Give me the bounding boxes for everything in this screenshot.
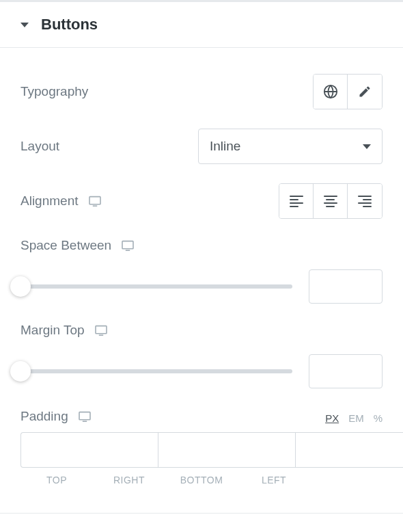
padding-dimension-row [20,432,383,468]
padding-row: Padding PX EM % [20,409,383,424]
unit-px[interactable]: PX [325,412,339,424]
globe-icon [323,84,338,99]
space-between-label: Space Between [20,238,111,253]
space-between-label-group: Space Between [20,238,135,253]
caret-down-icon [20,23,29,27]
space-between-input[interactable] [309,269,383,304]
padding-label-left: LEFT [238,475,310,486]
padding-label-right: RIGHT [93,475,165,486]
device-icon[interactable] [88,196,102,207]
padding-label-bottom: BOTTOM [165,475,238,486]
layout-label: Layout [20,139,59,154]
svg-rect-6 [96,326,107,334]
unit-percent[interactable]: % [374,412,383,424]
svg-rect-2 [89,197,100,204]
space-between-slider-row [20,269,383,304]
align-left-icon [290,196,303,207]
controls-panel: Typography Layout Inline Align [0,48,403,514]
device-icon[interactable] [94,325,108,336]
section-title: Buttons [41,16,98,34]
chevron-down-icon [363,144,371,149]
margin-top-slider-row [20,354,383,388]
align-center-button[interactable] [314,184,348,218]
padding-label: Padding [20,409,68,424]
padding-top-input[interactable] [20,432,158,468]
typography-label: Typography [20,84,88,99]
svg-rect-4 [122,241,133,249]
align-right-icon [358,196,372,207]
margin-top-label-group: Margin Top [20,323,108,338]
typography-global-button[interactable] [314,75,348,109]
margin-top-input[interactable] [309,354,383,388]
slider-thumb[interactable] [10,361,31,382]
padding-units: PX EM % [325,412,383,424]
align-left-button[interactable] [279,184,314,218]
svg-rect-8 [79,412,90,420]
align-center-icon [324,196,337,207]
padding-label-top: TOP [20,475,93,486]
unit-em[interactable]: EM [348,412,364,424]
padding-label-group: Padding [20,409,92,424]
align-right-button[interactable] [348,184,382,218]
alignment-row: Alignment [20,183,383,219]
typography-button-group [313,74,383,109]
layout-row: Layout Inline [20,129,383,164]
alignment-label-group: Alignment [20,194,102,209]
alignment-button-group [279,183,383,219]
margin-top-label: Margin Top [20,323,85,338]
alignment-label: Alignment [20,194,79,209]
padding-bottom-input[interactable] [295,432,403,468]
device-icon[interactable] [121,240,135,251]
layout-select-value: Inline [210,139,240,154]
typography-row: Typography [20,74,383,109]
section-header-buttons[interactable]: Buttons [0,0,403,48]
pencil-icon [358,85,372,98]
margin-top-slider[interactable] [20,369,292,373]
padding-dimension-labels: TOP RIGHT BOTTOM LEFT [20,475,383,486]
padding-right-input[interactable] [158,432,295,468]
layout-select[interactable]: Inline [198,129,383,164]
space-between-slider[interactable] [20,284,292,289]
typography-edit-button[interactable] [348,75,382,109]
space-between-row: Space Between [20,238,383,253]
slider-thumb[interactable] [10,276,31,297]
margin-top-row: Margin Top [20,323,383,338]
spacer [310,475,383,486]
device-icon[interactable] [78,411,92,422]
